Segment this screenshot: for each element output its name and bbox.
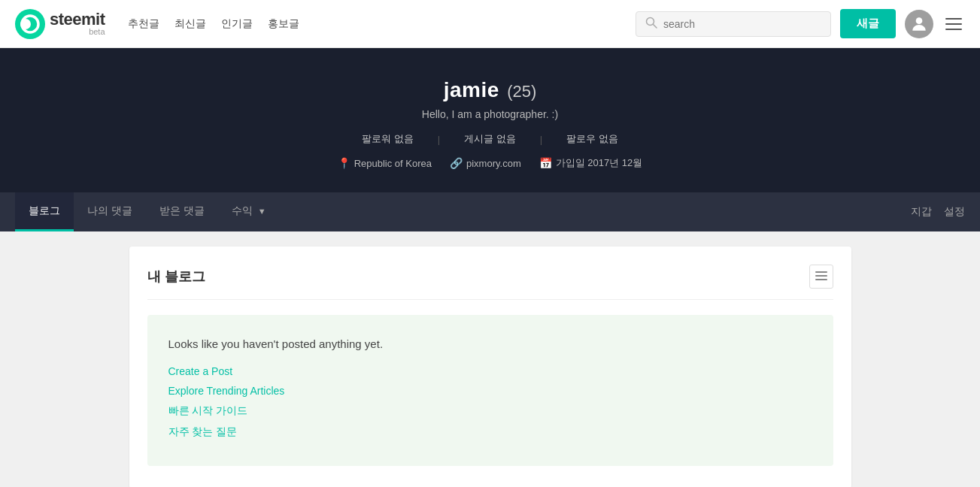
main-content: 내 블로그 Looks like you haven't posted anyt…	[114, 231, 866, 487]
profile-bio: Hello, I am a photographer. :)	[15, 108, 965, 120]
profile-header: jamie (25) Hello, I am a photographer. :…	[0, 48, 980, 192]
location-text: Republic of Korea	[354, 158, 432, 169]
profile-website[interactable]: 🔗 pixmory.com	[450, 157, 521, 169]
avatar-icon	[909, 14, 929, 34]
tab-my-comments[interactable]: 나의 댓글	[74, 192, 146, 231]
nav-recommended[interactable]: 추천글	[128, 17, 159, 31]
tab-received-comments[interactable]: 받은 댓글	[146, 192, 218, 231]
explore-trending-link[interactable]: Explore Trending Articles	[168, 385, 812, 397]
link-icon: 🔗	[450, 157, 463, 169]
svg-rect-6	[815, 271, 827, 273]
website-text: pixmory.com	[466, 158, 521, 169]
search-icon	[645, 17, 657, 32]
logo-text: steemit beta	[50, 11, 105, 36]
tabs-bar: 블로그 나의 댓글 받은 댓글 수익 ▼ 지갑 설정	[0, 192, 980, 231]
chevron-down-icon: ▼	[258, 207, 266, 216]
list-view-button[interactable]	[809, 265, 833, 289]
faq-link[interactable]: 자주 찾는 질문	[168, 425, 812, 439]
profile-stats: 팔로워 없음 | 게시글 없음 | 팔로우 없음	[15, 132, 965, 146]
profile-name-line: jamie (25)	[15, 78, 965, 102]
header-right: 새글	[636, 9, 965, 38]
posts-stat[interactable]: 게시글 없음	[452, 132, 528, 146]
empty-blog-box: Looks like you haven't posted anything y…	[147, 315, 833, 466]
svg-point-5	[916, 17, 923, 24]
list-icon	[815, 271, 827, 282]
avatar[interactable]	[905, 10, 933, 38]
location-icon: 📍	[338, 157, 350, 169]
tab-earnings[interactable]: 수익 ▼	[218, 192, 280, 231]
svg-line-4	[654, 24, 657, 28]
logo-area[interactable]: steemit beta	[15, 9, 105, 39]
blog-card: 내 블로그 Looks like you haven't posted anyt…	[129, 247, 851, 487]
blog-card-header: 내 블로그	[147, 265, 833, 300]
profile-name: jamie	[444, 78, 499, 101]
tab-settings[interactable]: 설정	[944, 205, 965, 219]
empty-links: Create a Post Explore Trending Articles …	[168, 365, 812, 439]
logo-icon	[15, 9, 45, 39]
tab-wallet[interactable]: 지갑	[911, 205, 932, 219]
tabs-right: 지갑 설정	[911, 205, 965, 219]
hamburger-menu[interactable]	[942, 15, 965, 33]
profile-location: 📍 Republic of Korea	[338, 157, 432, 169]
tabs-left: 블로그 나의 댓글 받은 댓글 수익 ▼	[15, 192, 911, 231]
empty-message: Looks like you haven't posted anything y…	[168, 337, 812, 350]
search-input[interactable]	[663, 18, 821, 30]
calendar-icon: 📅	[539, 157, 552, 169]
new-post-button[interactable]: 새글	[840, 9, 896, 38]
following-stat[interactable]: 팔로우 없음	[554, 132, 630, 146]
nav-promo[interactable]: 홍보글	[268, 17, 299, 31]
joined-text: 가입일 2017년 12월	[556, 156, 643, 170]
header: steemit beta 추천글 최신글 인기글 홍보글 새글	[0, 0, 980, 48]
quick-start-link[interactable]: 빠른 시작 가이드	[168, 404, 812, 418]
svg-rect-7	[815, 275, 827, 277]
create-post-link[interactable]: Create a Post	[168, 365, 812, 377]
profile-meta: 📍 Republic of Korea 🔗 pixmory.com 📅 가입일 …	[15, 156, 965, 170]
profile-reputation: (25)	[507, 82, 536, 101]
svg-rect-8	[815, 279, 827, 280]
search-area[interactable]	[636, 11, 831, 37]
tab-blog[interactable]: 블로그	[15, 192, 74, 231]
nav-trending[interactable]: 인기글	[221, 17, 253, 31]
blog-card-title: 내 블로그	[147, 268, 205, 286]
main-nav: 추천글 최신글 인기글 홍보글	[128, 17, 299, 31]
nav-latest[interactable]: 최신글	[174, 17, 206, 31]
svg-point-2	[20, 19, 31, 29]
profile-joined: 📅 가입일 2017년 12월	[539, 156, 643, 170]
followers-stat[interactable]: 팔로워 없음	[350, 132, 426, 146]
